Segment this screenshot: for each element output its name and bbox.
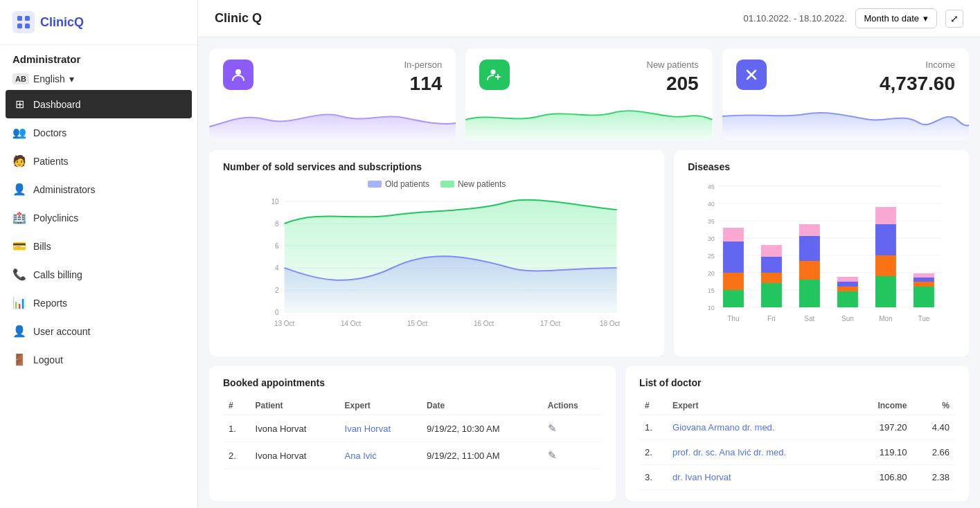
date-range-dropdown[interactable]: Month to date ▾ xyxy=(855,8,938,28)
svg-rect-55 xyxy=(837,282,858,287)
reports-icon: 📊 xyxy=(12,296,26,309)
svg-text:18 Oct: 18 Oct xyxy=(600,320,621,327)
sidebar-item-dashboard[interactable]: ⊞ Dashboard xyxy=(6,90,192,118)
language-icon: AB xyxy=(12,73,29,84)
svg-rect-61 xyxy=(914,287,934,307)
kpi-header: In-person 114 xyxy=(223,60,442,95)
col-header-expert: Expert xyxy=(339,397,422,415)
svg-text:4: 4 xyxy=(275,264,279,272)
row-percent: 2.38 xyxy=(912,465,955,490)
row-percent: 4.40 xyxy=(912,415,955,440)
sidebar-item-label: Administrators xyxy=(33,184,95,195)
legend-new-patients: New patients xyxy=(440,179,506,189)
row-income: 197.20 xyxy=(853,415,912,440)
topbar: Clinic Q 01.10.2022. - 18.10.2022. Month… xyxy=(198,0,980,37)
svg-rect-44 xyxy=(723,228,744,242)
old-patients-swatch xyxy=(368,181,382,188)
admin-label: Administrator xyxy=(0,45,197,68)
col-header-actions: Actions xyxy=(542,397,602,415)
svg-rect-57 xyxy=(875,276,896,307)
kpi-values: New patients 205 xyxy=(647,60,699,95)
row-patient: Ivona Horvat xyxy=(250,415,339,442)
svg-text:Mon: Mon xyxy=(879,315,892,323)
svg-rect-52 xyxy=(799,224,820,236)
svg-rect-62 xyxy=(914,282,934,287)
svg-rect-63 xyxy=(914,278,934,282)
calls-billing-icon: 📞 xyxy=(12,268,26,281)
svg-text:16 Oct: 16 Oct xyxy=(474,320,495,327)
sidebar-item-administrators[interactable]: 👤 Administrators xyxy=(0,175,197,203)
row-expert[interactable]: Ivan Horvat xyxy=(339,415,422,442)
svg-text:8: 8 xyxy=(275,220,279,228)
svg-rect-54 xyxy=(837,287,858,291)
new-patients-label: New patients xyxy=(458,179,506,189)
kpi-chart-in-person xyxy=(209,99,456,140)
svg-text:10: 10 xyxy=(708,305,715,311)
diseases-chart: Diseases 45 40 35 30 25 20 xyxy=(674,150,969,356)
svg-text:2: 2 xyxy=(275,287,279,294)
row-num: 1. xyxy=(223,415,250,442)
svg-rect-1 xyxy=(17,16,22,21)
edit-icon[interactable]: ✎ xyxy=(548,449,557,461)
sidebar-item-doctors[interactable]: 👥 Doctors xyxy=(0,118,197,147)
table-row: 2. prof. dr. sc. Ana Ivić dr. med. 119.1… xyxy=(639,440,955,465)
svg-point-5 xyxy=(235,69,241,75)
doctor-list-title: List of doctor xyxy=(639,377,955,388)
sidebar-item-calls-billing[interactable]: 📞 Calls billing xyxy=(0,260,197,289)
main-content: Clinic Q 01.10.2022. - 18.10.2022. Month… xyxy=(198,0,980,508)
kpi-icon-new-patients xyxy=(479,60,510,90)
appointments-table: # Patient Expert Date Actions 1. Ivona H… xyxy=(223,397,602,469)
row-expert[interactable]: dr. Ivan Horvat xyxy=(667,465,853,490)
kpi-values: Income 4,737.60 xyxy=(880,60,955,95)
svg-rect-58 xyxy=(875,255,896,276)
sidebar-item-logout[interactable]: 🚪 Logout xyxy=(0,345,197,374)
expand-button[interactable]: ⤢ xyxy=(945,10,963,28)
svg-text:0: 0 xyxy=(275,309,279,316)
row-expert[interactable]: Giovana Armano dr. med. xyxy=(667,415,853,440)
svg-rect-56 xyxy=(837,277,858,282)
sidebar-item-patients[interactable]: 🧑 Patients xyxy=(0,147,197,175)
svg-rect-46 xyxy=(761,273,782,283)
svg-text:Sat: Sat xyxy=(805,315,815,323)
sold-services-svg: 10 8 6 4 2 0 13 Oct 14 Oct 15 Oct xyxy=(223,194,650,340)
col-header-percent: % xyxy=(912,397,955,415)
svg-rect-49 xyxy=(799,280,820,307)
new-patients-swatch xyxy=(440,181,454,188)
svg-rect-59 xyxy=(875,224,896,255)
kpi-icon-income xyxy=(736,60,767,90)
kpi-label-in-person: In-person xyxy=(404,60,442,70)
doctors-icon: 👥 xyxy=(12,126,26,139)
svg-text:Thu: Thu xyxy=(728,315,740,323)
kpi-values: In-person 114 xyxy=(404,60,442,95)
bottom-row: Booked appointments # Patient Expert Dat… xyxy=(209,366,969,501)
svg-text:35: 35 xyxy=(708,218,715,225)
table-row: 3. dr. Ivan Horvat 106.80 2.38 xyxy=(639,465,955,490)
row-date: 9/19/22, 10:30 AM xyxy=(421,415,542,442)
edit-icon[interactable]: ✎ xyxy=(548,422,557,434)
svg-rect-47 xyxy=(761,257,782,273)
chart-legend: Old patients New patients xyxy=(223,179,650,189)
svg-rect-42 xyxy=(723,273,744,290)
svg-rect-51 xyxy=(799,236,820,261)
user-account-icon: 👤 xyxy=(12,325,26,338)
row-num: 3. xyxy=(639,465,667,490)
logo-text: ClinicQ xyxy=(40,15,84,30)
sidebar-item-bills[interactable]: 💳 Bills xyxy=(0,232,197,260)
row-patient: Ivona Horvat xyxy=(250,442,339,469)
kpi-card-income: Income 4,737.60 xyxy=(722,48,969,140)
bills-icon: 💳 xyxy=(12,239,26,253)
row-expert[interactable]: prof. dr. sc. Ana Ivić dr. med. xyxy=(667,440,853,465)
sidebar-item-polyclinics[interactable]: 🏥 Polyclinics xyxy=(0,203,197,232)
sidebar-item-reports[interactable]: 📊 Reports xyxy=(0,289,197,317)
svg-rect-43 xyxy=(723,242,744,273)
sidebar-item-user-account[interactable]: 👤 User account xyxy=(0,317,197,345)
language-selector[interactable]: AB English ▾ xyxy=(0,68,197,90)
row-expert[interactable]: Ana Ivić xyxy=(339,442,422,469)
svg-text:Tue: Tue xyxy=(918,315,930,323)
sidebar-item-label: Doctors xyxy=(33,127,66,138)
table-row: 2. Ivona Horvat Ana Ivić 9/19/22, 11:00 … xyxy=(223,442,602,469)
doctor-table: # Expert Income % 1. Giovana Armano dr. … xyxy=(639,397,955,490)
topbar-right: 01.10.2022. - 18.10.2022. Month to date … xyxy=(744,8,963,28)
svg-text:30: 30 xyxy=(708,235,715,242)
svg-rect-4 xyxy=(25,24,30,28)
